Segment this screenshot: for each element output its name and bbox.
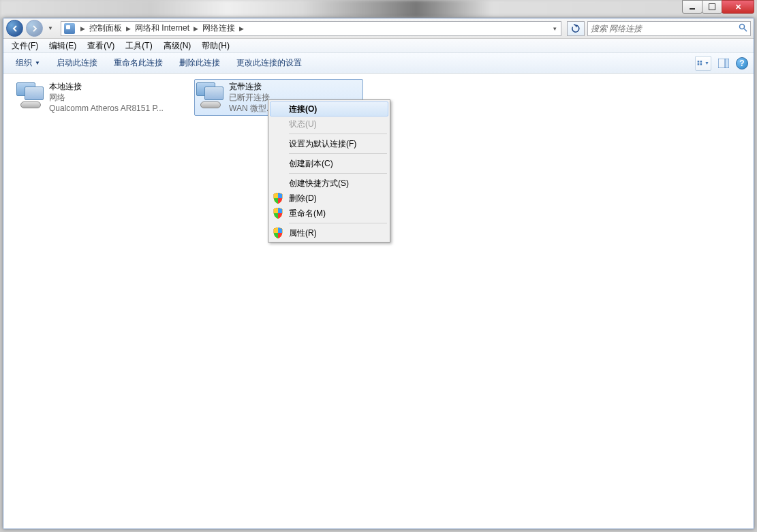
chevron-right-icon[interactable]: ▶ bbox=[78, 25, 88, 32]
svg-rect-5 bbox=[700, 63, 702, 65]
context-menu-item[interactable]: 连接(O) bbox=[270, 101, 388, 116]
context-menu-item[interactable]: 重命名(M) bbox=[270, 206, 388, 221]
window-title-buttons bbox=[683, 0, 754, 15]
command-bar: 组织 ▼ 启动此连接 重命名此连接 删除此连接 更改此连接的设置 ▼ ? bbox=[3, 53, 754, 74]
connection-device: WAN 微型... bbox=[229, 103, 273, 114]
context-menu-separator bbox=[289, 153, 387, 154]
maximize-button[interactable] bbox=[702, 0, 722, 14]
close-button[interactable] bbox=[722, 0, 754, 14]
connection-title: 宽带连接 bbox=[229, 81, 273, 92]
refresh-button[interactable] bbox=[567, 21, 585, 36]
shield-icon bbox=[273, 193, 283, 204]
cmd-change-settings[interactable]: 更改此连接的设置 bbox=[230, 54, 309, 72]
search-icon[interactable] bbox=[739, 23, 747, 34]
help-icon[interactable]: ? bbox=[736, 57, 748, 69]
search-input[interactable] bbox=[591, 24, 739, 33]
explorer-window: ▼ ▶ 控制面板 ▶ 网络和 Internet ▶ 网络连接 ▶ ▾ 文件(F)… bbox=[3, 18, 754, 529]
chevron-right-icon[interactable]: ▶ bbox=[236, 25, 247, 32]
menu-view[interactable]: 查看(V) bbox=[82, 39, 120, 53]
breadcrumb-item[interactable]: 网络连接 bbox=[201, 22, 236, 34]
cmd-rename-connection[interactable]: 重命名此连接 bbox=[107, 54, 170, 72]
preview-pane-button[interactable] bbox=[715, 56, 732, 71]
context-menu-item[interactable]: 属性(R) bbox=[270, 225, 388, 240]
menu-advanced[interactable]: 高级(N) bbox=[158, 39, 197, 53]
cmd-start-connection[interactable]: 启动此连接 bbox=[50, 54, 104, 72]
connection-info: 本地连接 网络 Qualcomm Atheros AR8151 P... bbox=[49, 81, 164, 114]
command-bar-right: ▼ ? bbox=[695, 56, 748, 71]
back-button[interactable] bbox=[6, 20, 23, 37]
connection-item-local[interactable]: 本地连接 网络 Qualcomm Atheros AR8151 P... bbox=[14, 79, 183, 116]
background-blur bbox=[0, 0, 757, 18]
context-menu-item[interactable]: 创建快捷方式(S) bbox=[270, 176, 388, 191]
context-menu-item[interactable]: 删除(D) bbox=[270, 191, 388, 206]
shield-icon bbox=[273, 208, 283, 219]
breadcrumb-item[interactable]: 网络和 Internet bbox=[134, 22, 191, 34]
minimize-button[interactable] bbox=[682, 0, 702, 14]
organize-label: 组织 bbox=[16, 57, 32, 69]
context-menu-separator bbox=[289, 223, 387, 223]
breadcrumb-dropdown[interactable]: ▾ bbox=[549, 25, 561, 32]
organize-button[interactable]: 组织 ▼ bbox=[9, 54, 47, 72]
context-menu: 连接(O)状态(U)设置为默认连接(F)创建副本(C)创建快捷方式(S)删除(D… bbox=[268, 99, 390, 242]
connection-title: 本地连接 bbox=[49, 81, 164, 92]
context-menu-separator bbox=[289, 173, 387, 174]
connection-info: 宽带连接 已断开连接 WAN 微型... bbox=[229, 81, 273, 114]
chevron-down-icon: ▼ bbox=[705, 61, 709, 65]
svg-line-1 bbox=[744, 29, 747, 31]
chevron-right-icon[interactable]: ▶ bbox=[191, 25, 201, 32]
forward-button[interactable] bbox=[26, 20, 43, 37]
menu-file[interactable]: 文件(F) bbox=[6, 39, 44, 53]
search-box[interactable] bbox=[587, 21, 751, 36]
context-menu-separator bbox=[289, 134, 387, 134]
network-connections-icon bbox=[64, 23, 75, 34]
svg-rect-2 bbox=[698, 61, 700, 63]
connection-status: 网络 bbox=[49, 92, 164, 103]
context-menu-item: 状态(U) bbox=[270, 116, 388, 131]
menu-tools[interactable]: 工具(T) bbox=[120, 39, 157, 53]
connection-status: 已断开连接 bbox=[229, 92, 273, 103]
navigation-bar: ▼ ▶ 控制面板 ▶ 网络和 Internet ▶ 网络连接 ▶ ▾ bbox=[3, 18, 754, 39]
svg-rect-4 bbox=[698, 63, 700, 65]
network-adapter-icon bbox=[196, 81, 225, 110]
nav-history-dropdown[interactable]: ▼ bbox=[46, 22, 55, 35]
cmd-delete-connection[interactable]: 删除此连接 bbox=[172, 54, 227, 72]
menu-help[interactable]: 帮助(H) bbox=[196, 39, 235, 53]
connection-device: Qualcomm Atheros AR8151 P... bbox=[49, 103, 164, 114]
breadcrumb[interactable]: ▶ 控制面板 ▶ 网络和 Internet ▶ 网络连接 ▶ ▾ bbox=[61, 21, 561, 36]
menu-bar: 文件(F) 编辑(E) 查看(V) 工具(T) 高级(N) 帮助(H) bbox=[3, 39, 754, 53]
breadcrumb-item[interactable]: 控制面板 bbox=[88, 22, 123, 34]
svg-rect-3 bbox=[700, 61, 702, 63]
context-menu-item[interactable]: 创建副本(C) bbox=[270, 156, 388, 171]
network-adapter-icon bbox=[16, 81, 45, 110]
svg-rect-7 bbox=[725, 59, 729, 68]
shield-icon bbox=[273, 228, 283, 238]
menu-edit[interactable]: 编辑(E) bbox=[44, 39, 82, 53]
chevron-down-icon: ▼ bbox=[35, 60, 40, 66]
view-mode-button[interactable]: ▼ bbox=[695, 56, 711, 71]
chevron-right-icon[interactable]: ▶ bbox=[123, 25, 134, 32]
context-menu-item[interactable]: 设置为默认连接(F) bbox=[270, 136, 388, 151]
svg-point-0 bbox=[740, 24, 745, 29]
